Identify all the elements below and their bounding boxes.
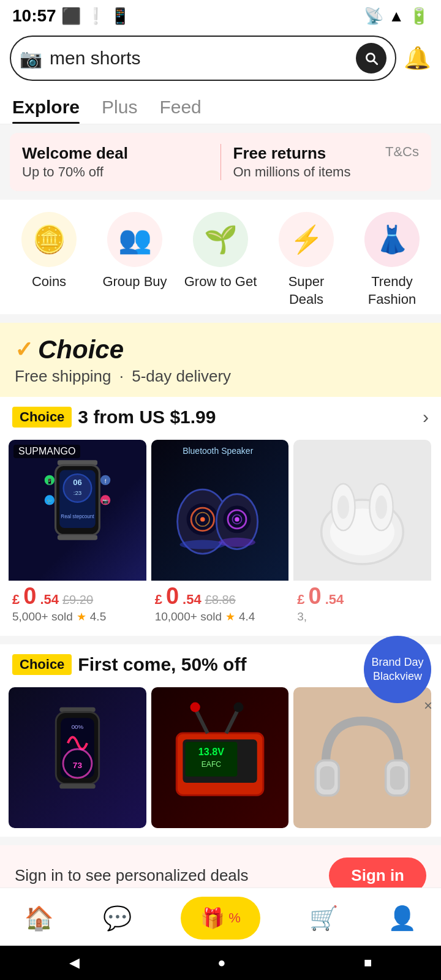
product-card-charger[interactable]: 13.8V EAFC bbox=[151, 687, 289, 828]
android-home-button[interactable]: ● bbox=[217, 955, 225, 971]
tab-feed[interactable]: Feed bbox=[159, 88, 201, 124]
nav-cart[interactable]: 🛒 bbox=[309, 905, 338, 932]
svg-text:73: 73 bbox=[73, 761, 83, 771]
android-back-button[interactable]: ◀ bbox=[69, 955, 80, 971]
svg-point-21 bbox=[179, 540, 225, 549]
svg-rect-51 bbox=[320, 767, 334, 790]
product-meta-2: 10,000+ sold ★ 4.4 bbox=[151, 609, 289, 627]
svg-point-47 bbox=[190, 702, 200, 712]
trendy-fashion-icon-wrap: 👗 bbox=[364, 212, 420, 267]
svg-text:13.8V: 13.8V bbox=[198, 746, 224, 757]
android-nav: ◀ ● ■ bbox=[0, 946, 441, 980]
section2-products: 73 00% 13.8V EAFC bbox=[0, 681, 441, 837]
status-time: 10:57 bbox=[12, 6, 56, 26]
product-card-headphones[interactable] bbox=[293, 687, 431, 828]
category-trendy-fashion[interactable]: 👗 Trendy Fashion bbox=[355, 212, 429, 308]
price-int-1: 0 bbox=[23, 584, 36, 608]
brand-tag-supmango: SUPMANGO bbox=[13, 445, 80, 458]
search-button[interactable] bbox=[356, 43, 386, 74]
headphones-illustration bbox=[304, 698, 421, 818]
category-coins[interactable]: 🪙 Coins bbox=[12, 212, 86, 308]
section2-title: First come, 50% off bbox=[78, 654, 246, 675]
section1-title-row: Choice 3 from US $1.99 bbox=[12, 407, 216, 428]
phone-icon: 📱 bbox=[110, 7, 130, 26]
svg-point-49 bbox=[233, 702, 243, 712]
choice-word: Choice bbox=[38, 335, 124, 364]
product-price-row-1: £ 0 .54 £9.20 bbox=[9, 581, 146, 609]
welcome-left: Welcome deal Up to 70% off bbox=[22, 144, 221, 180]
nav-home[interactable]: 🏠 bbox=[24, 905, 53, 932]
svg-text:📷: 📷 bbox=[102, 499, 109, 505]
tcs-link[interactable]: T&Cs bbox=[385, 144, 419, 160]
fitness-tracker-illustration: 73 00% bbox=[19, 698, 136, 818]
wifi-icon: ▲ bbox=[388, 7, 404, 26]
product-card-fitness[interactable]: 73 00% bbox=[9, 687, 146, 828]
grow-to-get-label: Grow to Get bbox=[184, 273, 257, 291]
brand-day-badge[interactable]: Brand Day Blackview bbox=[364, 636, 431, 703]
product-card-speaker[interactable]: Bluetooth Speaker £ 0 .54 bbox=[151, 440, 289, 627]
product-card-smartwatch[interactable]: SUPMANGO 06 :23 Real stepcount 📱 🐦 f 📷 £… bbox=[9, 440, 146, 627]
product-image-speaker: Bluetooth Speaker bbox=[151, 440, 289, 581]
price-int-3: 0 bbox=[309, 584, 322, 608]
svg-text:EAFC: EAFC bbox=[202, 760, 222, 768]
coins-icon-wrap: 🪙 bbox=[21, 212, 77, 267]
android-recent-button[interactable]: ■ bbox=[364, 955, 372, 971]
svg-point-26 bbox=[235, 517, 239, 521]
svg-point-27 bbox=[219, 538, 255, 547]
grow-to-get-icon-wrap: 🌱 bbox=[193, 212, 248, 267]
brand-day-close[interactable]: × bbox=[424, 697, 432, 714]
camera-icon[interactable]: 📷 bbox=[20, 48, 42, 69]
category-super-deals[interactable]: ⚡ Super Deals bbox=[270, 212, 343, 308]
exclamation-icon: ❕ bbox=[86, 7, 105, 26]
group-buy-label: Group Buy bbox=[102, 273, 167, 291]
star-icon-2: ★ bbox=[225, 610, 235, 624]
free-returns-sub: On millions of items bbox=[233, 164, 351, 180]
category-group-buy[interactable]: 👥 Group Buy bbox=[98, 212, 172, 308]
product-meta-1: 5,000+ sold ★ 4.5 bbox=[9, 609, 146, 627]
group-buy-icon: 👥 bbox=[118, 224, 152, 255]
search-input[interactable] bbox=[50, 48, 349, 69]
section2-badge: Choice bbox=[12, 654, 72, 675]
price-currency-1: £ bbox=[12, 592, 20, 608]
price-currency-2: £ bbox=[155, 592, 162, 608]
signin-text: Sign in to see personalized deals bbox=[15, 866, 249, 885]
cast-icon: 📡 bbox=[364, 7, 383, 26]
product-card-earbuds[interactable]: £ 0 .54 3, bbox=[293, 440, 431, 627]
nav-messages[interactable]: 💬 bbox=[103, 905, 132, 932]
status-right: 📡 ▲ 🔋 bbox=[364, 7, 429, 26]
grow-to-get-icon: 🌱 bbox=[204, 224, 238, 255]
svg-point-20 bbox=[200, 517, 205, 521]
speaker-illustration bbox=[162, 464, 277, 556]
welcome-returns: Free returns On millions of items bbox=[233, 144, 351, 180]
cart-icon: 🛒 bbox=[309, 905, 338, 932]
tab-plus[interactable]: Plus bbox=[102, 88, 137, 124]
coins-icon: 🪙 bbox=[32, 224, 66, 255]
section1-header: Choice 3 from US $1.99 › bbox=[0, 397, 441, 434]
account-icon: 👤 bbox=[388, 905, 417, 932]
search-container: 📷 bbox=[10, 36, 396, 81]
jump-starter-illustration: 13.8V EAFC bbox=[158, 695, 282, 821]
product-image-smartwatch: SUPMANGO 06 :23 Real stepcount 📱 🐦 f 📷 bbox=[9, 440, 146, 581]
trendy-fashion-icon: 👗 bbox=[375, 224, 409, 255]
bell-icon[interactable]: 🔔 bbox=[404, 45, 431, 71]
section1-arrow[interactable]: › bbox=[423, 407, 429, 428]
category-grow-to-get[interactable]: 🌱 Grow to Get bbox=[184, 212, 257, 308]
svg-point-33 bbox=[375, 496, 387, 519]
nav-deals[interactable]: 🎁 % bbox=[181, 897, 260, 940]
deals-icon: 🎁 bbox=[200, 907, 225, 930]
section1-products: SUPMANGO 06 :23 Real stepcount 📱 🐦 f 📷 £… bbox=[0, 434, 441, 636]
nav-account[interactable]: 👤 bbox=[388, 905, 417, 932]
deals-percent-icon: % bbox=[228, 910, 241, 926]
tab-explore[interactable]: Explore bbox=[12, 88, 80, 124]
section1-title: 3 from US $1.99 bbox=[78, 407, 216, 428]
search-icon bbox=[363, 50, 379, 66]
svg-line-48 bbox=[226, 708, 238, 733]
price-currency-3: £ bbox=[297, 592, 304, 608]
price-dec-1: .54 bbox=[40, 592, 59, 608]
choice-sub: Free shipping · 5-day delivery bbox=[15, 367, 426, 386]
notification-icon: ⬛ bbox=[61, 7, 81, 26]
earbuds-illustration bbox=[304, 450, 421, 570]
choice-title-row: ✓ Choice bbox=[15, 335, 426, 364]
product-price-row-3: £ 0 .54 bbox=[293, 581, 431, 609]
product-image-headphones bbox=[293, 687, 431, 828]
